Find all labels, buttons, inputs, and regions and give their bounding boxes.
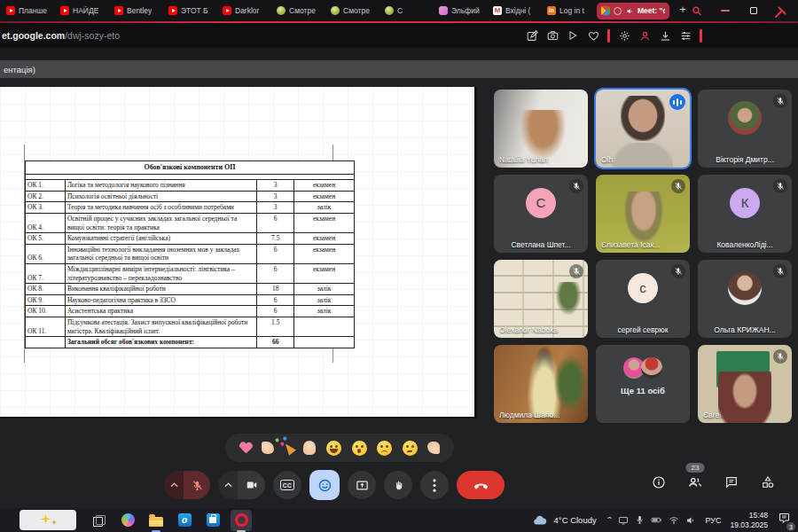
table-row: ОК 8.Виконання кваліфікаційної роботи18з… xyxy=(26,284,355,295)
participant-tile[interactable]: ССветлана Шпет... xyxy=(494,175,588,253)
participant-tile[interactable]: Вікторія Дмитр... xyxy=(698,90,792,168)
microphone-icon[interactable] xyxy=(635,515,645,525)
present-screen-button[interactable] xyxy=(348,471,376,499)
thumbs-up-emoji-button[interactable] xyxy=(262,442,274,454)
more-dots-icon xyxy=(433,479,436,492)
browser-tab[interactable]: Meet: "с xyxy=(597,3,669,20)
file-explorer-button[interactable] xyxy=(145,510,167,531)
thinking-face-emoji-button[interactable] xyxy=(403,441,418,456)
participant-tile[interactable]: ссергей севрюк xyxy=(596,260,690,338)
crying-face-emoji-button[interactable] xyxy=(377,441,392,456)
crying-face-icon xyxy=(377,441,392,456)
minimize-button[interactable] xyxy=(720,5,731,16)
participant-tile[interactable]: ККоваленкоЛіді... xyxy=(698,175,792,253)
participants-button[interactable]: 23 xyxy=(686,473,704,491)
participant-tile[interactable]: Людмила Шапо... xyxy=(494,345,588,423)
opera-icon xyxy=(235,513,248,527)
browser-tab[interactable]: Эльфий xyxy=(434,3,488,20)
close-button[interactable] xyxy=(777,5,787,16)
camera-button[interactable] xyxy=(218,471,265,499)
participant-name: Olexandr Naboka xyxy=(499,325,584,334)
battery-icon[interactable] xyxy=(651,514,662,526)
search-icon[interactable] xyxy=(692,5,702,16)
meeting-details-button[interactable] xyxy=(650,473,668,491)
mic-muted-icon[interactable] xyxy=(184,471,210,499)
opera-button[interactable] xyxy=(231,510,252,531)
copilot-button[interactable] xyxy=(117,510,138,531)
outlook-icon: o xyxy=(178,513,192,527)
participant-tile[interactable]: Ще 11 осіб xyxy=(596,345,690,423)
participant-name: Olha Yunina xyxy=(601,155,686,164)
language-indicator[interactable]: РУС xyxy=(705,516,721,525)
heart-icon[interactable] xyxy=(587,29,599,42)
photo-avatar xyxy=(728,271,762,305)
presentation-banner-text: ентація) xyxy=(4,65,35,74)
browser-tab[interactable]: Смотре xyxy=(272,3,325,20)
camera-options-chevron-icon[interactable] xyxy=(218,471,238,499)
browser-tab[interactable]: inLog in t xyxy=(543,3,596,20)
browser-tab[interactable]: Смотре xyxy=(326,3,379,20)
tab-strip: ПланшеНАЙДЕBentleyЭТОТ БDarklorСмотреСмо… xyxy=(0,0,670,21)
more-options-button[interactable] xyxy=(420,471,449,499)
participant-tile[interactable]: Olexandr Naboka xyxy=(494,260,588,338)
browser-tab[interactable]: С xyxy=(380,3,434,20)
tab-label: Эльфий xyxy=(451,6,480,15)
info-icon xyxy=(652,475,666,489)
raise-hand-button[interactable] xyxy=(384,471,412,499)
participant-tile[interactable]: Nataliia Yuhan xyxy=(494,90,588,168)
volume-icon[interactable] xyxy=(685,515,696,526)
chat-button[interactable] xyxy=(723,473,740,491)
participant-tile[interactable]: Olha Yunina xyxy=(596,90,690,168)
astonished-face-emoji-button[interactable] xyxy=(352,441,367,456)
meet-stage: Обов'язкові компоненти ОП ОК 1.Логіка та… xyxy=(0,78,798,508)
microsoft-store-button[interactable] xyxy=(202,510,223,531)
participant-tile[interactable]: Ольга КРИЖАН... xyxy=(698,260,792,338)
captions-button[interactable]: CC xyxy=(273,471,301,499)
tab-label: Смотре xyxy=(343,6,370,15)
shared-screen-document: Обов'язкові компоненти ОП ОК 1.Логіка та… xyxy=(0,87,477,419)
outlook-button[interactable]: o xyxy=(174,510,195,531)
end-call-icon xyxy=(473,478,489,493)
browser-tab[interactable]: Bentley xyxy=(110,3,163,20)
clock[interactable]: 15:48 19.03.2025 xyxy=(730,511,768,529)
reactions-button[interactable] xyxy=(309,470,340,500)
browser-tab[interactable]: Планше xyxy=(2,3,55,20)
widgets-button[interactable] xyxy=(20,510,76,530)
address-bar[interactable]: et.google.com/dwj-sozy-eto xyxy=(0,23,798,48)
play-icon[interactable] xyxy=(567,29,579,42)
browser-tab[interactable]: MВхідні ( xyxy=(489,3,542,20)
microphone-button[interactable] xyxy=(164,471,210,499)
thumbs-down-emoji-button[interactable] xyxy=(427,442,440,454)
task-view-button[interactable] xyxy=(89,510,110,531)
end-call-button[interactable] xyxy=(457,471,505,499)
weather-text[interactable]: 4°C Cloudy xyxy=(554,515,597,525)
activities-button[interactable] xyxy=(759,473,777,491)
camera-icon[interactable] xyxy=(546,29,559,42)
row-credits: 3 xyxy=(257,180,294,192)
maximize-button[interactable] xyxy=(748,5,759,16)
party-popper-emoji-button[interactable] xyxy=(285,442,293,454)
browser-tab[interactable]: ЭТОТ Б xyxy=(164,3,217,20)
participant-tile[interactable]: Євген Харковсь... xyxy=(698,345,792,423)
device-icon[interactable] xyxy=(618,515,629,526)
new-tab-button[interactable]: + xyxy=(676,4,690,18)
participant-tile[interactable]: Єлизавета Ісак... xyxy=(596,175,690,253)
notification-center-button[interactable]: 3 xyxy=(778,512,791,528)
wifi-icon[interactable] xyxy=(669,515,679,526)
face-with-tears-of-joy-emoji-button[interactable] xyxy=(326,441,341,456)
browser-tab[interactable]: НАЙДЕ xyxy=(56,3,109,20)
sliders-icon[interactable] xyxy=(679,29,692,42)
clapping-hands-emoji-button[interactable] xyxy=(303,441,316,455)
row-credits: 6 xyxy=(257,245,294,264)
row-code: ОК 3. xyxy=(26,202,66,214)
browser-tab[interactable]: Darklor xyxy=(218,3,271,20)
sparkling-heart-emoji-button[interactable] xyxy=(239,442,252,454)
mic-options-chevron-icon[interactable] xyxy=(164,471,184,499)
download-icon[interactable] xyxy=(659,29,671,42)
gear-icon[interactable] xyxy=(618,29,630,42)
profile-icon[interactable] xyxy=(638,29,651,42)
edit-icon[interactable] xyxy=(526,29,538,42)
mic-muted-icon xyxy=(773,94,787,108)
camera-icon[interactable] xyxy=(238,471,265,499)
hidden-icons-chevron[interactable]: ⌃ xyxy=(605,516,613,524)
